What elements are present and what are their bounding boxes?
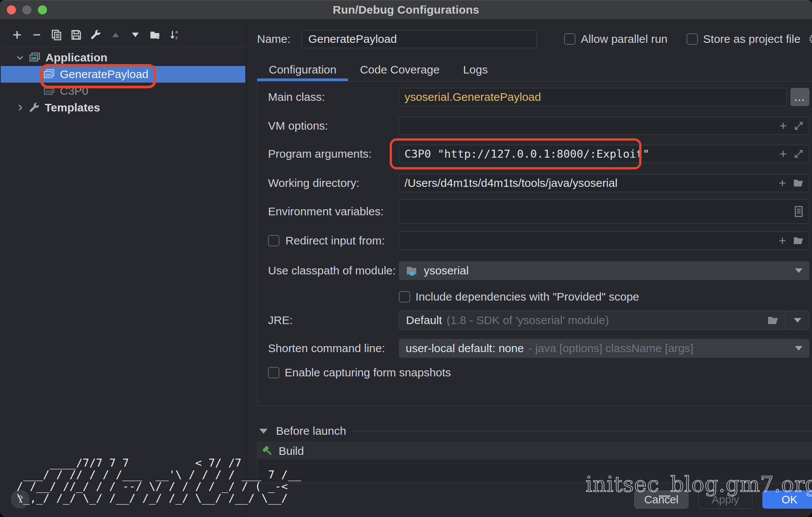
sidebar-toolbar: az [0, 20, 246, 47]
collapse-triangle-icon[interactable] [259, 429, 268, 434]
copy-configuration-icon[interactable] [51, 29, 62, 41]
provided-scope-checkbox[interactable] [399, 291, 410, 302]
tree-item-c3p0[interactable]: C3P0 [1, 83, 245, 99]
application-type-icon [43, 69, 55, 80]
environment-variables-field[interactable] [399, 199, 809, 224]
name-input[interactable]: GeneratePayload [302, 30, 537, 48]
redirect-input-label: Redirect input from: [285, 234, 385, 247]
apply-button[interactable]: Apply [698, 490, 752, 509]
remove-configuration-icon[interactable] [31, 29, 42, 41]
ok-button[interactable]: OK [762, 490, 812, 509]
tab-configuration[interactable]: Configuration [257, 60, 348, 80]
browse-jre-folder-icon[interactable] [767, 315, 779, 325]
add-configuration-icon[interactable] [11, 29, 23, 41]
jre-label: JRE: [268, 314, 399, 327]
before-launch-item-build[interactable]: Build [257, 443, 812, 459]
store-options-gear-icon[interactable]: ⚙ [808, 33, 812, 45]
chevron-right-icon[interactable] [14, 103, 27, 112]
classpath-module-combobox[interactable]: ysoserial [399, 261, 809, 280]
redirect-input-field[interactable] [399, 232, 809, 250]
working-directory-row: Working directory: /Users/d4m1ts/d4m1ts/… [268, 174, 809, 192]
before-launch-header[interactable]: Before launch [257, 423, 812, 439]
main-class-row: Main class: ysoserial.GeneratePayload … [268, 88, 809, 106]
configuration-editor: Name: GeneratePayload Allow parallel run… [246, 20, 812, 517]
traffic-lights [7, 0, 47, 19]
redirect-input-checkbox[interactable] [268, 235, 279, 246]
application-type-icon [29, 52, 41, 63]
save-configuration-icon[interactable] [71, 29, 82, 41]
before-launch-list: Build [257, 442, 812, 483]
move-up-icon[interactable] [110, 29, 121, 41]
svg-text:a: a [176, 30, 178, 34]
form-snapshots-checkbox[interactable] [268, 367, 279, 378]
before-launch-label: Before launch [276, 425, 346, 437]
vm-options-field[interactable] [399, 117, 809, 135]
main-class-label: Main class: [268, 91, 399, 103]
working-directory-label: Working directory: [268, 177, 399, 190]
shorten-command-line-combobox[interactable]: user-local default: none - java [options… [399, 339, 809, 358]
redirect-input-row: Redirect input from: [268, 232, 809, 250]
jre-dropdown-button[interactable] [785, 311, 809, 329]
zoom-window-button[interactable] [38, 5, 47, 14]
program-arguments-label: Program arguments: [268, 147, 399, 160]
store-as-project-file-label: Store as project file [703, 33, 801, 45]
chevron-down-icon [795, 268, 803, 273]
tree-item-templates[interactable]: Templates [1, 99, 245, 116]
browse-folder-icon[interactable] [793, 236, 804, 246]
window-title: Run/Debug Configurations [333, 3, 479, 16]
tree-item-label: GeneratePayload [60, 68, 149, 81]
move-down-icon[interactable] [130, 29, 141, 41]
provided-scope-label: Include dependencies with "Provided" sco… [415, 290, 639, 303]
sort-alphabetically-icon[interactable]: az [169, 29, 180, 41]
minimize-window-button[interactable] [22, 5, 31, 14]
titlebar: Run/Debug Configurations [0, 0, 812, 20]
edit-templates-icon[interactable] [90, 29, 102, 41]
open-in-editor-icon[interactable] [794, 149, 804, 159]
vm-options-label: VM options: [268, 119, 399, 132]
help-button[interactable]: ? [11, 490, 30, 509]
chevron-down-icon [795, 346, 803, 351]
provided-scope-row: Include dependencies with "Provided" sco… [399, 290, 809, 303]
svg-text:z: z [176, 35, 178, 40]
name-row: Name: GeneratePayload Allow parallel run… [257, 30, 812, 48]
tree-item-label: Templates [45, 101, 100, 114]
name-label: Name: [257, 33, 290, 45]
allow-parallel-run-checkbox[interactable] [564, 33, 575, 45]
chevron-down-icon[interactable] [14, 53, 27, 62]
program-arguments-field[interactable]: C3P0 "http://127.0.0.1:8000/:Exploit" [399, 145, 809, 163]
expand-field-plus-icon[interactable] [779, 149, 788, 158]
store-as-project-file-checkbox[interactable] [687, 33, 698, 45]
shorten-command-line-row: Shorten command line: user-local default… [268, 339, 809, 358]
environment-variables-row: Environment variables: [268, 199, 809, 224]
expand-field-plus-icon[interactable] [779, 121, 788, 130]
tab-code-coverage[interactable]: Code Coverage [348, 60, 451, 80]
tab-logs[interactable]: Logs [451, 60, 500, 80]
main-class-field[interactable]: ysoserial.GeneratePayload [399, 88, 787, 106]
browse-variables-icon[interactable] [794, 206, 804, 217]
configurations-tree: Application GeneratePayload C3P0 [1, 47, 245, 116]
browse-main-class-button[interactable]: … [790, 88, 809, 106]
jre-row: JRE: Default (1.8 - SDK of 'ysoserial' m… [268, 311, 809, 330]
tree-item-generate-payload[interactable]: GeneratePayload [1, 66, 245, 83]
open-in-editor-icon[interactable] [794, 121, 804, 131]
classpath-module-label: Use classpath of module: [268, 264, 399, 277]
allow-parallel-run-label: Allow parallel run [581, 33, 667, 45]
macro-plus-icon[interactable] [778, 236, 787, 245]
form-snapshots-label: Enable capturing form snapshots [285, 366, 451, 379]
environment-variables-label: Environment variables: [268, 205, 399, 218]
close-window-button[interactable] [7, 5, 16, 14]
cancel-button[interactable]: Cancel [634, 490, 688, 509]
new-folder-icon[interactable] [149, 29, 161, 41]
build-hammer-icon [261, 445, 274, 457]
configuration-form: Main class: ysoserial.GeneratePayload … … [257, 81, 812, 406]
tree-item-label: C3P0 [60, 85, 88, 97]
configuration-tabs: Configuration Code Coverage Logs [257, 60, 812, 80]
form-snapshots-row: Enable capturing form snapshots [268, 366, 809, 379]
jre-combobox[interactable]: Default (1.8 - SDK of 'ysoserial' module… [399, 311, 809, 330]
browse-folder-icon[interactable] [793, 178, 804, 188]
application-type-icon [43, 85, 55, 97]
tree-item-application[interactable]: Application [1, 49, 245, 66]
working-directory-field[interactable]: /Users/d4m1ts/d4m1ts/tools/java/ysoseria… [399, 174, 809, 192]
macro-plus-icon[interactable] [778, 179, 787, 188]
vm-options-row: VM options: [268, 117, 809, 135]
